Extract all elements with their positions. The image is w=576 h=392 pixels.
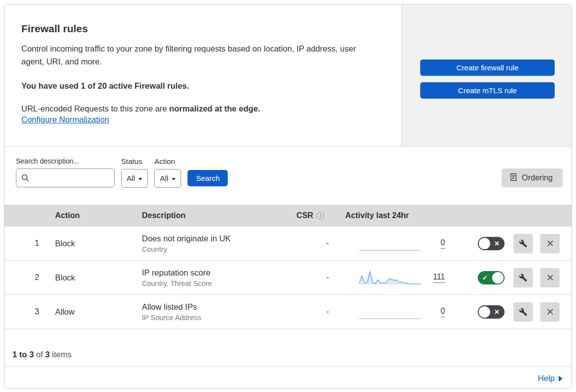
column-header-csr: CSR i [288,211,333,220]
edit-rule-button[interactable] [513,268,533,287]
activity-count-link[interactable]: 0 [441,307,445,317]
help-link-label: Help [538,374,555,383]
wrench-icon [519,308,527,316]
ordering-button-label: Ordering [522,173,553,182]
rule-enabled-toggle[interactable]: ✓ ✕ [478,237,505,250]
pagination-of: of [36,350,43,359]
wrench-icon [519,239,527,248]
status-filter-group: Status All [121,157,148,188]
search-button[interactable]: Search [188,170,228,186]
close-icon [546,239,555,248]
rule-activity-cell: 0 [333,235,457,251]
column-header-description: Description [132,211,288,220]
csr-header-label: CSR [297,211,314,220]
normalization-bold: normalized at the edge. [169,104,260,113]
status-select[interactable]: All [121,169,148,188]
help-row: Help [4,366,572,389]
chevron-down-icon [172,178,176,180]
delete-rule-button[interactable] [540,302,560,322]
rule-description-cell: Allow listed IPs IP Source Address [132,302,288,322]
delete-rule-button[interactable] [540,268,560,287]
pagination-range: 1 to 3 [12,350,34,359]
wrench-icon [519,274,527,282]
action-label: Action [154,157,181,166]
search-label: Search description... [16,157,115,165]
search-input[interactable] [16,168,115,187]
rule-description-cell: IP reputation score Country, Threat Scor… [132,268,288,287]
column-header-action: Action [49,211,132,220]
activity-count-link[interactable]: 111 [433,273,445,283]
action-select[interactable]: All [154,169,181,188]
rule-controls: ✓ ✕ [457,302,572,322]
usage-summary: You have used 1 of 20 active Firewall ru… [21,81,382,91]
action-filter-group: Action All [154,157,181,188]
rule-controls: ✓ ✕ [457,234,572,253]
rule-controls: ✓ ✕ [457,268,572,287]
close-icon [546,273,555,282]
toggle-knob [479,306,490,318]
column-header-activity: Activity last 24hr [333,211,457,220]
arrow-right-icon [559,376,563,382]
rule-number: 2 [4,273,49,282]
help-link[interactable]: Help [538,374,563,383]
pagination-summary: 1 to 3 of 3 items [4,329,572,366]
filter-bar: Search description... Status All Action … [4,147,572,205]
edit-rule-button[interactable] [513,302,533,322]
rule-enabled-toggle[interactable]: ✓ ✕ [478,271,505,284]
edit-rule-button[interactable] [513,234,533,253]
configure-normalization-link[interactable]: Configure Normalization [21,115,109,124]
action-select-value: All [160,174,168,183]
rule-csr-value: - [288,273,333,282]
activity-sparkline [359,304,421,320]
toggle-knob [492,272,504,283]
rule-description: Allow listed IPs [142,302,288,312]
rule-number: 1 [4,239,49,248]
rule-action: Block [49,239,132,248]
close-icon [546,307,555,316]
rule-description: IP reputation score [142,268,288,278]
table-body: 1 Block Does not originate in UK Country… [4,226,572,329]
rule-activity-cell: 111 [333,270,457,285]
rule-criteria: Country [142,245,288,253]
normalization-prefix: URL-encoded Requests to this zone are [21,104,169,113]
x-icon: ✕ [494,240,500,247]
info-icon[interactable]: i [317,212,324,220]
top-section: Firewall rules Control incoming traffic … [4,4,572,147]
table-header: Action Description CSR i Activity last 2… [4,205,572,226]
activity-count-link[interactable]: 0 [441,238,445,249]
rule-description: Does not originate in UK [142,234,288,243]
search-icon [21,173,30,184]
x-icon: ✕ [494,309,500,315]
rule-action: Block [49,273,132,282]
rule-criteria: IP Source Address [142,314,288,322]
rule-criteria: Country, Threat Score [142,280,288,287]
check-icon: ✓ [482,275,488,281]
create-firewall-rule-button[interactable]: Create firewall rule [420,59,555,76]
ordering-button[interactable]: Ordering [502,168,563,187]
cta-panel: Create firewall rule Create mTLS rule [402,4,572,146]
search-group: Search description... [16,157,115,187]
rule-activity-cell: 0 [333,304,457,320]
table-row: 1 Block Does not originate in UK Country… [4,226,572,261]
firewall-rules-card: Firewall rules Control incoming traffic … [4,4,572,389]
toggle-knob [479,238,490,249]
delete-rule-button[interactable] [540,234,560,253]
activity-sparkline [359,270,421,285]
intro-panel: Firewall rules Control incoming traffic … [4,4,402,146]
page-title: Firewall rules [21,23,382,35]
create-mtls-rule-button[interactable]: Create mTLS rule [420,82,555,99]
rule-csr-value: - [288,307,333,316]
pagination-total: 3 [45,350,50,359]
chevron-down-icon [138,178,142,180]
status-select-value: All [127,174,135,183]
rule-action: Allow [49,307,132,317]
page-description: Control incoming traffic to your zone by… [21,42,379,68]
table-row: 3 Allow Allow listed IPs IP Source Addre… [4,295,572,329]
rule-description-cell: Does not originate in UK Country [132,234,288,253]
normalization-note: URL-encoded Requests to this zone are no… [21,104,382,113]
rule-number: 3 [4,307,49,316]
rule-csr-value: - [288,239,333,248]
rule-enabled-toggle[interactable]: ✓ ✕ [478,305,505,319]
table-row: 2 Block IP reputation score Country, Thr… [4,261,572,295]
list-document-icon [510,173,517,183]
